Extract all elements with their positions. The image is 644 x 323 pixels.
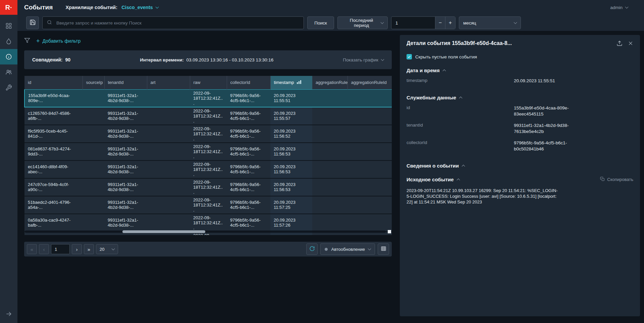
cell-timestamp: 20.09.2023 11:56:53 [270, 160, 312, 178]
add-filter-button[interactable]: + Добавить фильтр [36, 38, 80, 44]
cell-sourceIp [83, 125, 104, 143]
first-page-button[interactable]: « [27, 244, 37, 254]
add-filter-label: Добавить фильтр [43, 38, 81, 44]
chevron-up-icon [442, 70, 446, 73]
section-event-info-title: Сведения о событии [407, 163, 459, 169]
cell-timestamp: 20.09.2023 11:57:26 [270, 214, 312, 232]
last-page-button[interactable]: » [84, 244, 94, 254]
auto-refresh-label: Автообновление [331, 247, 365, 252]
section-event-info: Сведения о событии [407, 163, 633, 169]
column-header-tenantId[interactable]: tenantId [104, 76, 147, 89]
table-row[interactable]: 247c97ce-594b-4c0f-a90c-...99311ef1-32a1… [24, 178, 392, 196]
chevron-down-icon [625, 5, 629, 8]
section-event-info-header[interactable]: Сведения о событии [407, 163, 633, 169]
page-number-input[interactable] [51, 244, 70, 254]
table-row[interactable]: c1265760-84d7-4586-a6fb-...99311ef1-32a1… [24, 107, 392, 125]
column-header-art[interactable]: art [147, 76, 190, 89]
details-title: Детали события 155a3b9f-e50d-4caa-8... [407, 40, 612, 46]
search-toolbar: Поиск Последний период − + месяц [17, 15, 644, 31]
section-datetime-header[interactable]: Дата и время [407, 67, 633, 73]
storage-label: Хранилище событий: [65, 5, 117, 10]
search-input[interactable] [56, 20, 300, 26]
field-key: tenantId [407, 123, 514, 135]
droplet-icon [5, 38, 12, 45]
sidebar-item-events[interactable] [0, 49, 17, 64]
chevron-down-icon [514, 20, 517, 24]
next-page-button[interactable]: › [72, 244, 82, 254]
column-settings-button[interactable] [378, 243, 389, 255]
user-menu[interactable]: admin [610, 5, 628, 10]
cell-timestamp: 20.09.2023 11:56:52 [270, 125, 312, 143]
sort-icon [297, 80, 301, 84]
horizontal-scrollbar[interactable] [25, 230, 386, 233]
table-row[interactable]: 0a58a30a-cac9-4247-bafb-...99311ef1-32a1… [24, 214, 392, 232]
column-header-collectorId[interactable]: collectorId [227, 76, 270, 89]
decrement-button[interactable]: − [435, 17, 445, 29]
cell-timestamp: 20.09.2023 11:57:25 [270, 196, 312, 214]
cell-id: c1265760-84d7-4586-a6fb-... [24, 107, 83, 125]
cell-aggregationRuleName [312, 178, 347, 196]
scrollbar-thumb[interactable] [122, 230, 205, 233]
column-header-raw[interactable]: raw [190, 76, 227, 89]
sidebar-item-settings[interactable] [0, 80, 17, 95]
cell-timestamp: 20.09.2023 11:56:53 [270, 178, 312, 196]
info-icon [5, 53, 12, 60]
copy-button[interactable]: Скопировать [600, 177, 633, 182]
sidebar-item-dashboard[interactable] [0, 18, 17, 34]
datetime-fields: timestamp20.09.2023 11:55:51 [407, 75, 633, 87]
scroll-corner [388, 230, 391, 233]
column-header-timestamp[interactable]: timestamp [270, 76, 312, 89]
cell-collectorId: 9796b5fc-9a56-4cf5-b6c1-... [227, 107, 270, 125]
table-row[interactable]: 51baedc2-d401-4796-a54a-...99311ef1-32a1… [24, 196, 392, 214]
column-header-id[interactable]: id [24, 76, 83, 89]
cell-raw: 2022-09-18T12:32:41Z... [190, 143, 227, 160]
period-count-input[interactable] [391, 17, 435, 29]
section-raw-title-toggle[interactable]: Исходное событие [407, 177, 460, 182]
refresh-icon [309, 246, 315, 252]
search-button[interactable]: Поиск [307, 16, 334, 29]
table-row[interactable]: 081e8637-67b3-4274-9dd3-...99311ef1-32a1… [24, 143, 392, 160]
section-service-header[interactable]: Служебные данные [407, 95, 633, 100]
cell-aggregationRuleId [347, 160, 392, 178]
show-chart-toggle[interactable]: Показать график [343, 57, 384, 62]
cell-tenantId: 99311ef1-32a1-4b2d-9d38-... [104, 89, 147, 107]
app-logo[interactable]: R· [0, 0, 17, 15]
cell-aggregationRuleName [312, 160, 347, 178]
cell-art [147, 214, 190, 232]
cell-aggregationRuleName [312, 107, 347, 125]
cell-art [147, 143, 190, 160]
pagination-right-controls: Автообновление [306, 243, 389, 255]
table-row[interactable]: 155a3b9f-e50d-4caa-809e-...99311ef1-32a1… [24, 89, 392, 107]
refresh-button[interactable] [306, 243, 318, 255]
column-header-aggregationRuleId[interactable]: aggregationRuleId [347, 76, 392, 89]
table-row[interactable]: ec141460-d8bf-4f09-abec-...99311ef1-32a1… [24, 160, 392, 178]
prev-page-button[interactable]: ‹ [39, 244, 49, 254]
increment-button[interactable]: + [445, 17, 455, 29]
cell-tenantId: 99311ef1-32a1-4b2d-9d38-... [104, 178, 147, 196]
cell-art [147, 107, 190, 125]
storage-select[interactable]: Cisco_events [121, 5, 158, 10]
save-query-button[interactable] [26, 16, 39, 29]
column-header-sourceIp[interactable]: sourceIp [83, 76, 104, 89]
column-header-aggregationRuleName[interactable]: aggregationRuleName [312, 76, 347, 89]
logo-text: R· [5, 4, 12, 11]
cell-raw: 2022-09-18T12:32:41Z... [190, 196, 227, 214]
cell-id: ec141460-d8bf-4f09-abec-... [24, 160, 83, 178]
hide-empty-checkbox[interactable]: Скрыть пустые поля события [407, 54, 633, 59]
sidebar-item-users[interactable] [0, 64, 17, 80]
cell-collectorId: 9796b5fc-9a56-4cf5-b6c1-... [227, 178, 270, 196]
auto-refresh-select[interactable]: Автообновление [320, 243, 375, 255]
export-button[interactable] [616, 40, 623, 47]
period-select-value: Последний период [342, 18, 381, 28]
sidebar-collapse-button[interactable] [3, 310, 14, 318]
cell-collectorId: 9796b5fc-9a56-4cf5-b6c1-... [227, 196, 270, 214]
period-select[interactable]: Последний период [337, 16, 388, 29]
table-row[interactable]: f9c5f935-0ceb-4c45-841d-...99311ef1-32a1… [24, 125, 392, 143]
detail-field-collectorId: collectorId9796b5fc-9a56-4cf5-b6c1-b0c50… [407, 137, 633, 155]
page-size-select[interactable]: 20 [96, 244, 118, 254]
main-area: События Хранилище событий: Cisco_events … [17, 0, 644, 323]
sidebar-item-monitoring[interactable] [0, 34, 17, 49]
period-unit-select[interactable]: месяц [459, 16, 521, 29]
cell-art [147, 178, 190, 196]
close-details-button[interactable] [628, 40, 633, 47]
